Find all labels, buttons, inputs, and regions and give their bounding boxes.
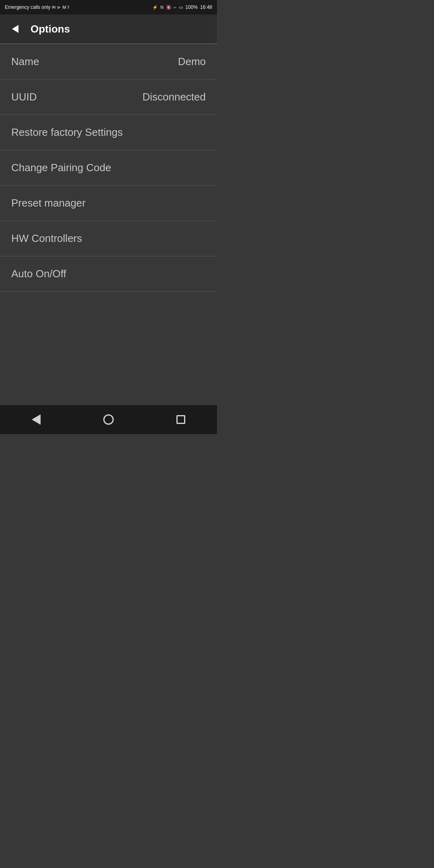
menu-item-uuid-value: Disconnected (142, 91, 206, 103)
menu-item-name[interactable]: Name Demo (0, 44, 217, 80)
battery-icon: ▭ (179, 5, 183, 10)
bluetooth-icon: ⚡ (152, 5, 158, 10)
menu-item-uuid[interactable]: UUID Disconnected (0, 80, 217, 115)
menu-item-uuid-label: UUID (11, 91, 37, 103)
nav-back-button[interactable] (24, 407, 48, 432)
status-bar-left: Emergency calls only ✉ ⊳ M f (5, 4, 69, 10)
back-arrow-icon (12, 25, 18, 33)
menu-item-restore-factory-label: Restore factory Settings (11, 126, 123, 139)
email-icon: ✉ (52, 5, 55, 10)
back-button[interactable] (8, 22, 23, 36)
forward-icon: ⊳ (57, 5, 61, 10)
menu-item-hw-controllers[interactable]: HW Controllers (0, 221, 217, 256)
status-bar-right: ⚡ N 🔇 ⌐ ▭ 100% 16:48 (152, 4, 212, 10)
nav-recents-icon (176, 415, 185, 424)
menu-list: Name Demo UUID Disconnected Restore fact… (0, 44, 217, 292)
mute-icon: 🔇 (166, 5, 172, 10)
menu-item-name-label: Name (11, 55, 39, 68)
emergency-calls-text: Emergency calls only (5, 4, 50, 10)
nav-home-button[interactable] (96, 407, 121, 432)
nav-recents-button[interactable] (169, 407, 193, 432)
menu-item-restore-factory[interactable]: Restore factory Settings (0, 115, 217, 150)
battery-percent: 100% (185, 4, 198, 10)
menu-item-preset-manager-label: Preset manager (11, 197, 86, 209)
toolbar: Options (0, 14, 217, 43)
status-bar: Emergency calls only ✉ ⊳ M f ⚡ N 🔇 ⌐ ▭ 1… (0, 0, 217, 14)
nfc-icon: N (160, 5, 164, 10)
menu-item-auto-onoff[interactable]: Auto On/Off (0, 256, 217, 292)
menu-item-hw-controllers-label: HW Controllers (11, 232, 82, 245)
menu-item-change-pairing[interactable]: Change Pairing Code (0, 150, 217, 186)
nav-back-icon (32, 414, 41, 425)
menu-item-change-pairing-label: Change Pairing Code (11, 162, 111, 174)
nav-bar (0, 405, 217, 434)
gmail-icon: M (62, 5, 66, 10)
nav-home-icon (103, 414, 114, 425)
menu-item-auto-onoff-label: Auto On/Off (11, 268, 66, 280)
time-display: 16:48 (200, 4, 212, 10)
page-title: Options (31, 23, 70, 35)
menu-item-preset-manager[interactable]: Preset manager (0, 186, 217, 221)
wifi-icon: ⌐ (174, 5, 176, 10)
menu-item-name-value: Demo (178, 55, 206, 68)
facebook-icon: f (68, 5, 69, 10)
